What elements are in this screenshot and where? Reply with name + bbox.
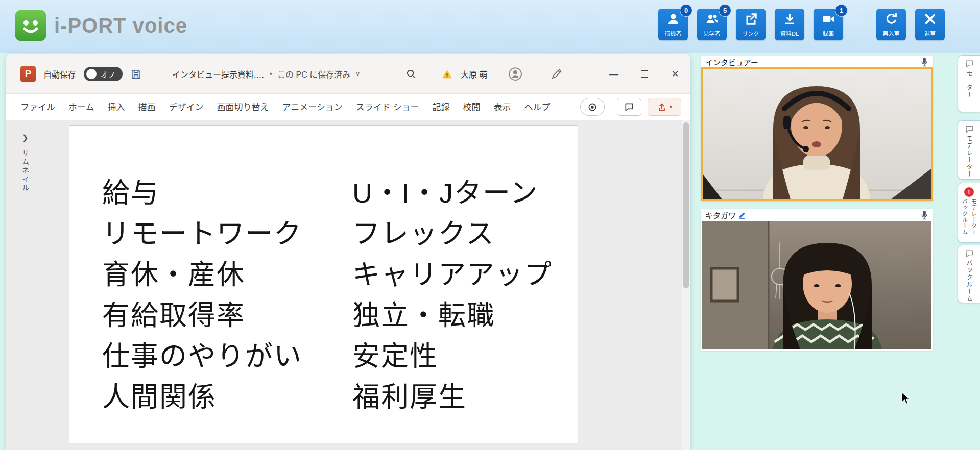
observers-button[interactable]: 5 見学者 (697, 9, 727, 40)
autosave-state: オフ (101, 69, 115, 79)
slide-line: フレックス (352, 213, 553, 254)
search-icon[interactable] (405, 54, 417, 94)
microphone-icon[interactable] (921, 210, 928, 220)
thumbnail-pane-label: サムネイル (20, 149, 30, 193)
edit-name-icon[interactable] (738, 211, 746, 219)
slide-line: 有給取得率 (102, 295, 302, 336)
reenter-button[interactable]: 再入室 (876, 9, 906, 40)
toggle-knob (86, 69, 97, 79)
slide-line: キャリアアップ (352, 254, 553, 295)
save-icon[interactable] (130, 68, 142, 80)
title-separator: • (269, 69, 272, 79)
materials-download-button[interactable]: 資料DL (775, 9, 804, 40)
menu-tab-home[interactable]: ホーム (68, 100, 94, 113)
speech-bubble-icon (965, 125, 973, 133)
slide-canvas[interactable]: 給与 リモートワーク 育休・産休 有給取得率 仕事のやりがい 人間関係 U・I・… (69, 125, 578, 443)
speech-bubble-icon (965, 249, 973, 258)
share-button[interactable]: ▾ (648, 98, 681, 116)
materials-download-label: 資料DL (780, 29, 799, 37)
record-button[interactable]: 1 録画 (814, 9, 843, 40)
app-header: i-PORT voice 0 待機者 5 見学者 リンク 資料DL 1 (0, 0, 980, 53)
menu-tab-draw[interactable]: 描画 (138, 100, 156, 113)
observers-label: 見学者 (704, 29, 721, 37)
warning-icon[interactable] (441, 54, 453, 94)
video-camera-icon (822, 12, 835, 28)
app-logo: i-PORT voice (14, 9, 187, 42)
close-button[interactable]: ✕ (660, 54, 690, 94)
menu-tab-animations[interactable]: アニメーション (282, 100, 343, 113)
alert-badge: ! (964, 187, 974, 197)
kitagawa-video-image (702, 221, 931, 349)
exit-button[interactable]: 退室 (915, 9, 945, 40)
app-title: i-PORT voice (54, 14, 187, 37)
powerpoint-app-icon: P (20, 66, 36, 82)
account-avatar-icon[interactable] (508, 54, 523, 94)
menu-tab-insert[interactable]: 挿入 (108, 100, 125, 113)
record-dot-icon (587, 102, 597, 112)
menu-tab-design[interactable]: デザイン (169, 100, 204, 113)
record-indicator-button[interactable] (580, 98, 605, 116)
video-label-bar: キタガワ (701, 209, 933, 220)
menu-tab-transitions[interactable]: 画面切り替え (217, 100, 269, 113)
link-button[interactable]: リンク (736, 9, 766, 40)
side-tab-label: バックルーム (961, 198, 969, 235)
record-label: 録画 (823, 29, 834, 37)
expand-thumbnails-chevron-icon[interactable]: ❯ (22, 133, 29, 142)
video-tile-interviewer: インタビュアー (701, 56, 933, 201)
menu-tab-record[interactable]: 記録 (433, 100, 450, 113)
video-label-bar: インタビュアー (701, 56, 933, 67)
side-tab-label: バックルーム (965, 260, 973, 303)
interviewer-video-image (703, 69, 931, 199)
inking-pen-icon[interactable] (551, 54, 563, 94)
video-tile-kitagawa: キタガワ (701, 209, 933, 351)
autosave-label: 自動保存 (43, 68, 76, 80)
video-feed-interviewer[interactable] (701, 67, 933, 201)
scrollbar-thumb[interactable] (683, 122, 689, 288)
side-tab-label: モデレーター (965, 135, 973, 178)
saved-status: この PC に保存済み (277, 68, 350, 80)
slide-line: 人間関係 (102, 377, 302, 417)
comment-bubble-icon (624, 102, 634, 112)
vertical-scrollbar[interactable] (682, 120, 690, 450)
side-tab-label: モデレーター (970, 198, 978, 235)
share-icon (657, 102, 667, 112)
slide-text-right-column: U・I・Jターン フレックス キャリアアップ 独立・転職 安定性 福利厚生 (352, 172, 553, 417)
side-tab-moderator-backroom[interactable]: ! モデレーター バックルーム (958, 183, 980, 243)
microphone-icon[interactable] (921, 57, 928, 67)
slide-line: 独立・転職 (352, 295, 553, 336)
reenter-icon (885, 12, 898, 28)
maximize-icon (641, 70, 648, 78)
speech-bubble-icon (965, 60, 973, 68)
document-title[interactable]: インタビュー提示資料.… (172, 68, 264, 80)
external-link-icon (744, 12, 758, 28)
document-title-group: インタビュー提示資料.… • この PC に保存済み ∨ (172, 54, 360, 94)
slide-line: リモートワーク (102, 213, 302, 254)
menu-tab-slideshow[interactable]: スライド ショー (356, 100, 419, 113)
side-tab-monitor[interactable]: モニター (958, 55, 980, 112)
menu-tab-view[interactable]: 表示 (494, 100, 511, 113)
menu-tab-file[interactable]: ファイル (20, 100, 55, 113)
mouse-cursor (901, 392, 911, 405)
menu-tab-review[interactable]: 校閲 (463, 100, 481, 113)
link-label: リンク (743, 29, 759, 37)
user-name: 大原 萌 (461, 54, 487, 94)
slide-line: 安定性 (352, 336, 553, 377)
observers-count-badge: 5 (719, 4, 731, 17)
comments-button[interactable] (617, 98, 641, 116)
saved-status-chevron-icon[interactable]: ∨ (355, 70, 360, 78)
people-icon (705, 12, 719, 28)
video-feed-kitagawa[interactable] (701, 220, 933, 351)
side-tab-moderator[interactable]: モデレーター (958, 120, 980, 180)
slide-line: 育休・産休 (102, 254, 302, 295)
maximize-button[interactable] (629, 54, 660, 94)
menu-tab-help[interactable]: ヘルプ (524, 100, 551, 113)
waiting-room-label: 待機者 (665, 29, 682, 37)
slide-text-left-column: 給与 リモートワーク 育休・産休 有給取得率 仕事のやりがい 人間関係 (102, 172, 302, 417)
waiting-room-button[interactable]: 0 待機者 (658, 9, 688, 40)
autosave-toggle[interactable]: オフ (84, 67, 123, 81)
slide-work-area: ❯ サムネイル 給与 リモートワーク 育休・産休 有給取得率 仕事のやりがい 人… (6, 120, 690, 450)
exit-icon (923, 12, 937, 28)
side-tab-backroom[interactable]: バックルーム (958, 245, 980, 303)
download-icon (783, 12, 797, 28)
minimize-button[interactable]: — (599, 54, 629, 94)
